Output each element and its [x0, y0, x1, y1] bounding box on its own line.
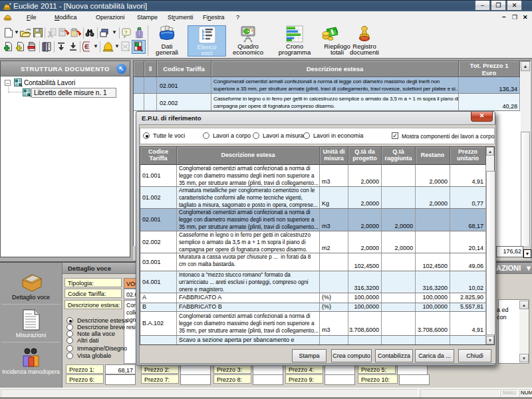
svg-text:?: ? — [124, 29, 128, 35]
svg-text:€: € — [84, 43, 88, 50]
